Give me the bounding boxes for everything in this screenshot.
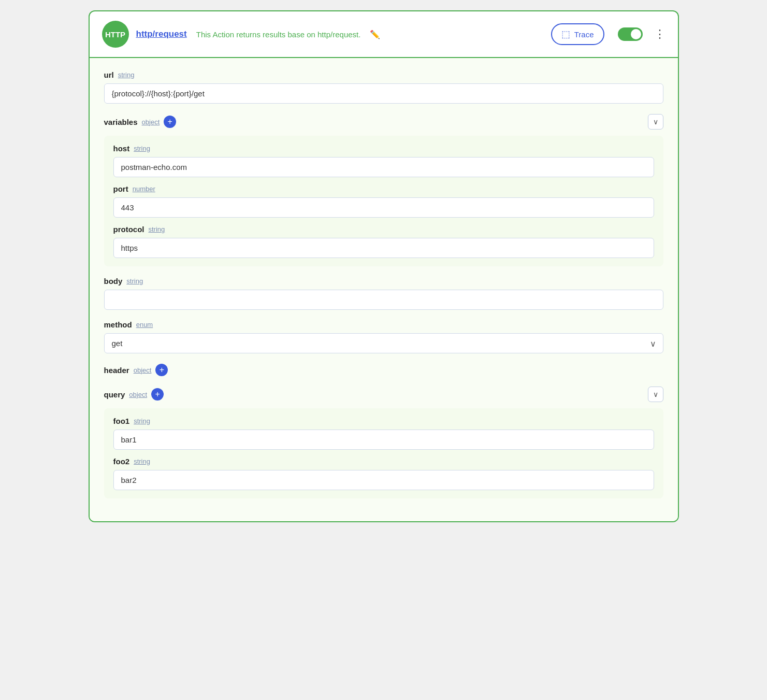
foo1-field-group: foo1 string (113, 417, 654, 450)
query-sub-section: foo1 string foo2 string (104, 408, 663, 498)
trace-button[interactable]: ⬚ Trace (551, 23, 604, 45)
port-input[interactable] (113, 197, 654, 218)
foo2-label-row: foo2 string (113, 457, 654, 466)
method-field-type[interactable]: enum (136, 321, 153, 328)
protocol-field-type[interactable]: string (149, 225, 165, 233)
variables-field-group: variables object + ∨ host string port (104, 114, 663, 266)
edit-icon[interactable]: ✏️ (370, 30, 380, 39)
port-field-group: port number (113, 184, 654, 218)
foo1-label-row: foo1 string (113, 417, 654, 425)
card-content: url string variables object + ∨ host str… (90, 58, 678, 521)
method-field-name: method (104, 320, 132, 329)
header-field-group: header object + (104, 364, 663, 376)
url-field-type[interactable]: string (118, 71, 135, 79)
method-label-row: method enum (104, 320, 663, 329)
protocol-label-row: protocol string (113, 225, 654, 234)
foo2-field-group: foo2 string (113, 457, 654, 490)
variables-type[interactable]: object (142, 118, 160, 126)
host-field-type[interactable]: string (134, 145, 150, 152)
protocol-field-name: protocol (113, 225, 144, 234)
action-description: This Action returns results base on http… (196, 30, 361, 39)
http-badge: HTTP (102, 21, 129, 48)
header-add-button[interactable]: + (155, 364, 168, 376)
variables-add-button[interactable]: + (164, 116, 176, 128)
query-label: query (104, 390, 125, 399)
protocol-field-group: protocol string (113, 225, 654, 258)
foo2-field-name: foo2 (113, 457, 130, 466)
variables-sub-section: host string port number protocol (104, 136, 663, 266)
host-field-name: host (113, 144, 130, 153)
trace-icon: ⬚ (561, 28, 570, 40)
body-input[interactable] (104, 290, 663, 310)
port-field-name: port (113, 184, 128, 193)
protocol-input[interactable] (113, 238, 654, 258)
body-field-group: body string (104, 277, 663, 310)
port-label-row: port number (113, 184, 654, 193)
query-field-group: query object + ∨ foo1 string foo2 (104, 387, 663, 498)
toggle-switch[interactable] (618, 27, 643, 41)
url-label-row: url string (104, 70, 663, 79)
host-field-group: host string (113, 144, 654, 177)
method-select-wrapper: get post put delete patch ∨ (104, 333, 663, 353)
card-header: HTTP http/request This Action returns re… (90, 11, 678, 58)
header-section-header: header object + (104, 364, 663, 376)
body-field-name: body (104, 277, 123, 285)
foo1-field-type[interactable]: string (134, 417, 150, 425)
body-field-type[interactable]: string (126, 277, 143, 285)
header-label: header (104, 366, 129, 375)
query-add-button[interactable]: + (151, 388, 164, 401)
foo2-input[interactable] (113, 470, 654, 490)
foo1-field-name: foo1 (113, 417, 130, 425)
action-card: HTTP http/request This Action returns re… (89, 10, 679, 522)
body-label-row: body string (104, 277, 663, 285)
port-field-type[interactable]: number (133, 185, 155, 193)
header-type[interactable]: object (134, 366, 152, 374)
method-select[interactable]: get post put delete patch (104, 333, 663, 353)
variables-header: variables object + ∨ (104, 114, 663, 130)
variables-label: variables (104, 118, 138, 126)
method-field-group: method enum get post put delete patch ∨ (104, 320, 663, 353)
host-label-row: host string (113, 144, 654, 153)
query-type[interactable]: object (129, 391, 147, 398)
query-collapse-button[interactable]: ∨ (648, 387, 663, 402)
url-field-group: url string (104, 70, 663, 104)
more-options-button[interactable]: ⋮ (654, 27, 665, 41)
variables-collapse-button[interactable]: ∨ (648, 114, 663, 130)
foo2-field-type[interactable]: string (134, 458, 150, 465)
action-link[interactable]: http/request (136, 29, 187, 39)
url-input[interactable] (104, 83, 663, 104)
url-field-name: url (104, 70, 114, 79)
host-input[interactable] (113, 157, 654, 177)
query-section-header: query object + ∨ (104, 387, 663, 402)
foo1-input[interactable] (113, 430, 654, 450)
